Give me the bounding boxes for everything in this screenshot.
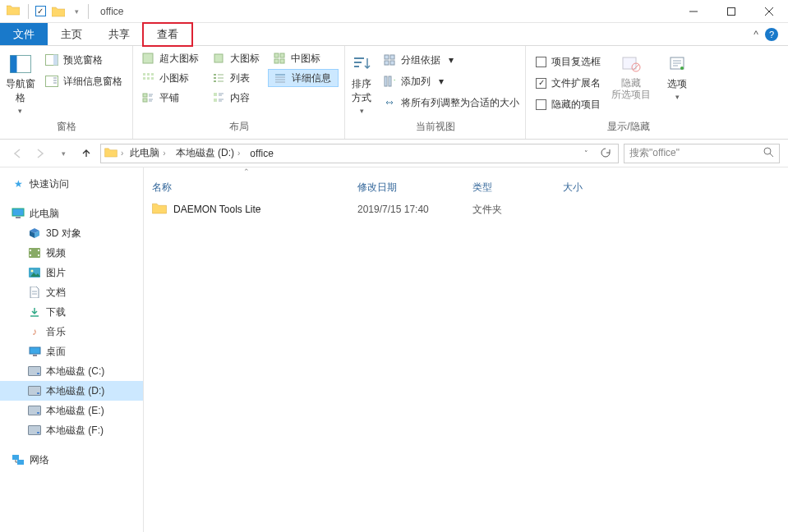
svg-point-64 [764, 148, 771, 154]
file-list: DAEMON Tools Lite 2019/7/15 17:40 文件夹 [144, 199, 788, 532]
item-checkboxes-toggle[interactable]: 项目复选框 [531, 53, 606, 71]
layout-xlarge-button[interactable]: 超大图标 [136, 49, 207, 67]
group-panes-label: 窗格 [0, 117, 132, 139]
qat-newfolder-icon[interactable] [50, 3, 67, 20]
search-icon [763, 147, 774, 160]
tree-downloads[interactable]: 下载 [0, 302, 143, 322]
tree-videos[interactable]: 视频 [0, 243, 143, 263]
layout-tiles-button[interactable]: 平铺 [136, 89, 207, 107]
download-icon [28, 305, 41, 319]
options-button[interactable]: 选项 ▾ [657, 49, 698, 117]
svg-rect-56 [623, 57, 636, 69]
medium-icons-icon [273, 52, 286, 65]
tab-share[interactable]: 共享 [95, 23, 143, 45]
chevron-right-icon[interactable]: › [163, 149, 165, 158]
layout-large-button[interactable]: 大图标 [207, 49, 268, 67]
svg-rect-7 [53, 55, 58, 66]
column-date[interactable]: 修改日期 [349, 181, 464, 195]
details-pane-button[interactable]: 详细信息窗格 [40, 72, 127, 90]
refresh-button[interactable] [597, 144, 615, 163]
groupby-button[interactable]: 分组依据▾ [378, 51, 524, 69]
fitcolumns-button[interactable]: 将所有列调整为合适的大小 [378, 94, 524, 112]
layout-details-button[interactable]: 详细信息 [268, 69, 339, 87]
svg-rect-34 [143, 94, 147, 97]
navigation-pane-button[interactable]: 导航窗格 ▾ [5, 49, 35, 117]
qat-dropdown-icon[interactable]: ▾ [68, 3, 85, 20]
ribbon: 导航窗格 ▾ 预览窗格 详细信息窗格 窗格 超大图标 大图标 中图标 [0, 46, 788, 140]
group-layout: 超大图标 大图标 中图标 小图标 列表 详细信息 平铺 内容 布局 [133, 46, 345, 139]
tree-music[interactable]: ♪音乐 [0, 322, 143, 342]
column-type[interactable]: 类型 [464, 181, 555, 195]
hidden-items-toggle[interactable]: 隐藏的项目 [531, 95, 606, 113]
group-layout-label: 布局 [133, 117, 344, 139]
layout-small-button[interactable]: 小图标 [136, 69, 207, 87]
tree-documents[interactable]: 文档 [0, 282, 143, 302]
breadcrumb-folder[interactable]: office [247, 148, 276, 159]
addcolumns-button[interactable]: +添加列▾ [378, 72, 524, 90]
checkbox-icon [536, 99, 546, 110]
hide-selected-button[interactable]: 隐藏 所选项目 [611, 49, 652, 117]
svg-rect-28 [214, 80, 216, 82]
file-row[interactable]: DAEMON Tools Lite 2019/7/15 17:40 文件夹 [144, 199, 788, 220]
history-dropdown-button[interactable]: ˅ [577, 144, 595, 163]
fitcolumns-icon [383, 96, 396, 109]
tree-drive-d[interactable]: 本地磁盘 (D:) [0, 381, 143, 401]
layout-list-button[interactable]: 列表 [207, 69, 268, 87]
tab-home[interactable]: 主页 [48, 23, 95, 45]
preview-pane-button[interactable]: 预览窗格 [40, 51, 127, 69]
group-showhide: 项目复选框 文件扩展名 隐藏的项目 隐藏 所选项目 选项 ▾ 显示/隐藏 [526, 46, 731, 139]
back-button[interactable] [8, 144, 26, 163]
svg-rect-69 [30, 250, 31, 251]
collapse-ribbon-icon[interactable]: ^ [753, 29, 758, 40]
address-bar[interactable]: › 此电脑› 本地磁盘 (D:)› office ˅ [100, 144, 619, 163]
column-name[interactable]: 名称 [144, 181, 349, 195]
drive-icon [28, 424, 41, 437]
tree-3d-objects[interactable]: 3D 对象 [0, 223, 143, 243]
window-controls [675, 0, 788, 23]
search-box[interactable]: 搜索"office" [624, 144, 780, 163]
tiles-icon [141, 91, 154, 104]
svg-rect-14 [274, 53, 279, 57]
breadcrumb-drive[interactable]: 本地磁盘 (D:)› [173, 146, 244, 160]
qat-properties-icon[interactable] [32, 3, 48, 20]
svg-rect-80 [12, 455, 19, 460]
maximize-button[interactable] [712, 0, 750, 23]
tree-drive-c[interactable]: 本地磁盘 (C:) [0, 361, 143, 381]
chevron-right-icon[interactable]: › [237, 149, 240, 158]
forward-button[interactable] [31, 144, 49, 163]
layout-medium-button[interactable]: 中图标 [268, 49, 329, 67]
svg-point-63 [680, 66, 684, 70]
column-size[interactable]: 大小 [555, 181, 620, 195]
chevron-down-icon: ▾ [449, 54, 454, 66]
help-icon[interactable]: ? [765, 28, 778, 41]
tree-drive-f[interactable]: 本地磁盘 (F:) [0, 420, 143, 440]
drive-icon [28, 404, 41, 417]
file-extensions-toggle[interactable]: 文件扩展名 [531, 74, 606, 92]
tree-this-pc[interactable]: 此电脑 [0, 204, 143, 223]
svg-rect-68 [29, 248, 40, 258]
breadcrumb-pc[interactable]: 此电脑› [127, 146, 168, 160]
tab-file[interactable]: 文件 [0, 23, 48, 45]
chevron-right-icon[interactable]: › [121, 149, 123, 158]
tree-drive-e[interactable]: 本地磁盘 (E:) [0, 401, 143, 420]
tree-network[interactable]: 网络 [0, 450, 143, 470]
up-button[interactable] [77, 144, 95, 163]
close-button[interactable] [750, 0, 788, 23]
minimize-button[interactable] [675, 0, 712, 23]
xlarge-icons-icon [141, 52, 154, 65]
tab-view[interactable]: 查看 [143, 23, 192, 46]
layout-content-button[interactable]: 内容 [207, 89, 268, 107]
recent-locations-button[interactable]: ▾ [54, 144, 72, 163]
tree-pictures[interactable]: 图片 [0, 263, 143, 282]
folder-icon [104, 147, 118, 160]
tree-desktop[interactable]: 桌面 [0, 342, 143, 361]
network-icon [12, 453, 25, 466]
svg-rect-18 [143, 73, 145, 76]
sort-button[interactable]: 排序方式 ▾ [350, 49, 373, 117]
tree-quick-access[interactable]: ★快速访问 [0, 174, 143, 194]
svg-rect-17 [280, 59, 284, 63]
ribbon-tabs: 文件 主页 共享 查看 ^ ? [0, 23, 788, 46]
svg-rect-13 [214, 54, 223, 62]
file-name: DAEMON Tools Lite [173, 204, 260, 215]
address-bar-row: ▾ › 此电脑› 本地磁盘 (D:)› office ˅ 搜索"office" [0, 140, 788, 167]
